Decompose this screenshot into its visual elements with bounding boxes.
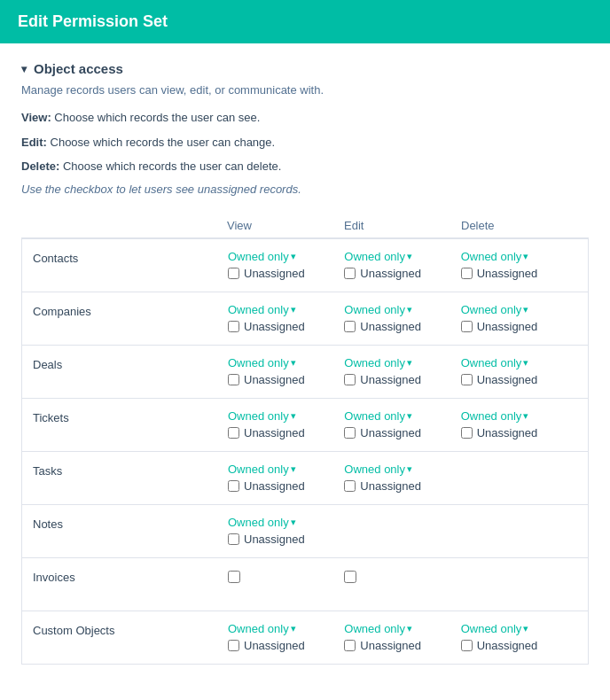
view-unassigned-row: Unassigned <box>228 426 344 439</box>
view-unassigned-label: Unassigned <box>244 426 305 439</box>
row-label-tasks: Tasks <box>33 463 228 478</box>
delete-owned-only-button[interactable]: Owned only <box>461 303 577 316</box>
view-unassigned-checkbox[interactable] <box>228 640 239 651</box>
delete-unassigned-label: Unassigned <box>477 426 538 439</box>
edit-unassigned-label: Unassigned <box>360 479 421 493</box>
edit-unassigned-row: Unassigned <box>344 479 460 493</box>
view-unassigned-label: Unassigned <box>244 479 305 493</box>
view-unassigned-checkbox[interactable] <box>228 480 239 492</box>
view-cell: Owned onlyUnassigned <box>228 622 344 652</box>
delete-help: Delete: Choose which records the user ca… <box>21 158 589 175</box>
row-label-deals: Deals <box>33 356 228 371</box>
edit-unassigned-checkbox[interactable] <box>344 374 356 385</box>
view-unassigned-row: Unassigned <box>228 479 344 493</box>
view-owned-only-button[interactable]: Owned only <box>228 303 344 316</box>
edit-cell <box>344 569 460 583</box>
delete-cell: Owned onlyUnassigned <box>461 356 577 386</box>
delete-owned-only-button[interactable]: Owned only <box>461 250 577 263</box>
view-unassigned-checkbox[interactable] <box>228 321 239 332</box>
edit-owned-only-button[interactable]: Owned only <box>344 356 460 369</box>
row-label-tickets: Tickets <box>33 409 228 424</box>
chevron-icon: ▾ <box>21 63 27 75</box>
row-label-custom-objects: Custom Objects <box>33 622 228 637</box>
delete-unassigned-row: Unassigned <box>461 267 577 280</box>
delete-unassigned-checkbox[interactable] <box>461 640 473 651</box>
edit-cell: Owned onlyUnassigned <box>344 303 460 333</box>
row-label-notes: Notes <box>33 516 228 531</box>
row-label-companies: Companies <box>33 303 228 318</box>
view-unassigned-row: Unassigned <box>228 267 344 280</box>
view-unassigned-checkbox[interactable] <box>228 427 239 439</box>
delete-unassigned-checkbox[interactable] <box>461 427 473 439</box>
delete-owned-only-button[interactable]: Owned only <box>461 356 577 369</box>
view-unassigned-label: Unassigned <box>244 639 305 652</box>
table-row: TicketsOwned onlyUnassignedOwned onlyUna… <box>22 398 588 451</box>
edit-cell: Owned onlyUnassigned <box>344 622 460 652</box>
permissions-table: ContactsOwned onlyUnassignedOwned onlyUn… <box>21 237 589 665</box>
view-owned-only-button[interactable]: Owned only <box>228 250 344 263</box>
edit-unassigned-row: Unassigned <box>344 373 460 386</box>
table-header: View Edit Delete <box>21 214 589 237</box>
view-cell: Owned onlyUnassigned <box>228 463 344 493</box>
delete-cell: Owned onlyUnassigned <box>461 622 577 652</box>
edit-owned-only-button[interactable]: Owned only <box>344 622 460 635</box>
edit-unassigned-label: Unassigned <box>360 426 421 439</box>
edit-unassigned-checkbox[interactable] <box>344 268 356 279</box>
view-unassigned-row: Unassigned <box>228 533 344 546</box>
view-owned-only-button[interactable]: Owned only <box>228 463 344 476</box>
row-label-contacts: Contacts <box>33 250 228 265</box>
view-owned-only-button[interactable]: Owned only <box>228 516 344 529</box>
view-checkbox[interactable] <box>228 571 240 583</box>
delete-owned-only-button[interactable]: Owned only <box>461 622 577 635</box>
delete-unassigned-checkbox[interactable] <box>461 268 473 279</box>
edit-unassigned-checkbox[interactable] <box>344 640 356 651</box>
edit-owned-only-button[interactable]: Owned only <box>344 250 460 263</box>
view-unassigned-row: Unassigned <box>228 373 344 386</box>
edit-unassigned-label: Unassigned <box>360 320 421 333</box>
col-view: View <box>227 219 344 232</box>
delete-owned-only-button[interactable]: Owned only <box>461 409 577 423</box>
delete-unassigned-checkbox[interactable] <box>461 374 473 385</box>
view-unassigned-checkbox[interactable] <box>228 533 239 545</box>
view-owned-only-button[interactable]: Owned only <box>228 409 344 423</box>
edit-unassigned-checkbox[interactable] <box>344 427 356 439</box>
table-row: Invoices <box>22 557 588 611</box>
view-unassigned-row: Unassigned <box>228 320 344 333</box>
edit-cell: Owned onlyUnassigned <box>344 463 460 493</box>
edit-unassigned-checkbox[interactable] <box>344 480 356 492</box>
edit-help: Edit: Choose which records the user can … <box>21 134 589 152</box>
view-owned-only-button[interactable]: Owned only <box>228 356 344 369</box>
delete-unassigned-label: Unassigned <box>477 320 538 333</box>
edit-unassigned-label: Unassigned <box>360 373 421 386</box>
delete-unassigned-checkbox[interactable] <box>461 321 473 332</box>
delete-unassigned-row: Unassigned <box>461 373 577 386</box>
delete-unassigned-label: Unassigned <box>477 373 538 386</box>
table-row: ContactsOwned onlyUnassignedOwned onlyUn… <box>22 238 588 292</box>
view-unassigned-label: Unassigned <box>244 320 305 333</box>
table-row: DealsOwned onlyUnassignedOwned onlyUnass… <box>22 345 588 398</box>
edit-cell: Owned onlyUnassigned <box>344 250 460 280</box>
edit-owned-only-button[interactable]: Owned only <box>344 409 460 423</box>
table-row: TasksOwned onlyUnassignedOwned onlyUnass… <box>22 451 588 504</box>
edit-owned-only-button[interactable]: Owned only <box>344 303 460 316</box>
delete-unassigned-label: Unassigned <box>477 639 538 652</box>
section-title: Object access <box>34 61 123 76</box>
view-help: View: Choose which records the user can … <box>21 109 589 127</box>
delete-unassigned-row: Unassigned <box>461 320 577 333</box>
view-unassigned-checkbox[interactable] <box>228 374 239 385</box>
edit-unassigned-checkbox[interactable] <box>344 321 356 332</box>
view-unassigned-row: Unassigned <box>228 639 344 652</box>
view-unassigned-checkbox[interactable] <box>228 268 239 279</box>
edit-unassigned-row: Unassigned <box>344 426 460 439</box>
section-description: Manage records users can view, edit, or … <box>21 83 589 97</box>
view-unassigned-label: Unassigned <box>244 267 305 280</box>
view-empty-cell <box>228 569 344 583</box>
col-delete: Delete <box>461 219 578 232</box>
table-row: NotesOwned onlyUnassigned <box>22 504 588 557</box>
edit-empty-cell <box>344 569 460 583</box>
view-cell: Owned onlyUnassigned <box>228 303 344 333</box>
view-owned-only-button[interactable]: Owned only <box>228 622 344 635</box>
edit-owned-only-button[interactable]: Owned only <box>344 463 460 476</box>
edit-checkbox[interactable] <box>344 571 356 583</box>
page-title: Edit Permission Set <box>18 12 168 30</box>
